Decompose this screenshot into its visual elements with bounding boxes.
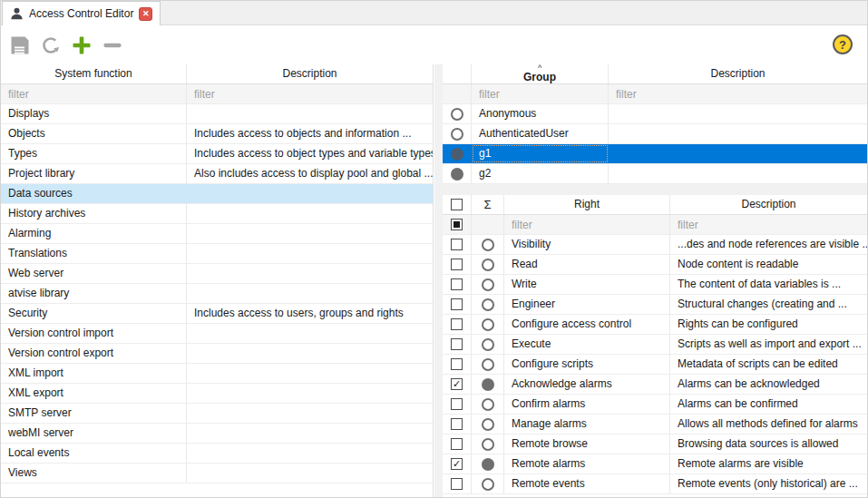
right-checkbox-cell[interactable]: [443, 355, 472, 374]
right-row[interactable]: WriteThe content of data variables is ..…: [443, 275, 867, 295]
group-marker-cell[interactable]: [443, 104, 472, 123]
select-all-checkbox[interactable]: [451, 199, 463, 210]
right-checkbox-cell[interactable]: [443, 275, 472, 294]
system-function-row[interactable]: Version control export: [1, 344, 433, 364]
right-checkbox[interactable]: [451, 378, 463, 390]
group-marker-column-header[interactable]: [443, 64, 472, 83]
sum-marker-cell[interactable]: [472, 235, 504, 254]
system-function-row[interactable]: SecurityIncludes access to users, groups…: [1, 304, 433, 324]
right-checkbox-cell[interactable]: [443, 415, 472, 434]
right-checkbox[interactable]: [451, 278, 463, 290]
system-function-row[interactable]: Project libraryAlso includes access to d…: [1, 164, 433, 184]
right-checkbox-cell[interactable]: [443, 395, 472, 414]
add-button[interactable]: [69, 33, 94, 58]
right-row[interactable]: ReadNode content is readable: [443, 255, 867, 275]
sum-marker-cell[interactable]: [472, 355, 504, 374]
sum-marker-cell[interactable]: [472, 255, 504, 274]
right-checkbox-cell[interactable]: [443, 295, 472, 314]
right-checkbox[interactable]: [451, 358, 463, 370]
system-function-row[interactable]: Views: [1, 464, 433, 483]
right-checkbox-cell[interactable]: [443, 255, 472, 274]
right-row[interactable]: Remote eventsRemote events (only histori…: [443, 474, 867, 494]
save-button[interactable]: [7, 33, 33, 58]
right-checkbox[interactable]: [451, 338, 463, 350]
group-marker-cell[interactable]: [443, 124, 472, 143]
system-function-row[interactable]: TypesIncludes access to object types and…: [1, 144, 433, 164]
sum-marker-cell[interactable]: [472, 415, 504, 434]
sum-marker-cell[interactable]: [472, 315, 504, 334]
column-header-right[interactable]: Right: [504, 195, 670, 214]
group-description-filter-input[interactable]: [609, 84, 867, 103]
sum-marker-cell[interactable]: [472, 435, 504, 454]
system-function-row[interactable]: Local events: [1, 444, 433, 464]
right-filter-input[interactable]: [504, 215, 669, 234]
system-function-row[interactable]: ObjectsIncludes access to objects and in…: [1, 124, 433, 144]
system-function-filter-input[interactable]: [1, 84, 186, 103]
group-row[interactable]: g2: [443, 164, 867, 184]
sum-marker-cell[interactable]: [472, 395, 504, 414]
description-filter-input[interactable]: [187, 84, 433, 103]
right-row[interactable]: Remote browseBrowsing data sources is al…: [443, 435, 867, 454]
group-filter-input[interactable]: [472, 84, 608, 103]
column-header-right-description[interactable]: Description: [670, 195, 867, 214]
group-marker-cell[interactable]: [443, 144, 472, 163]
right-row[interactable]: Configure access controlRights can be co…: [443, 315, 867, 335]
right-row[interactable]: ExecuteScripts as well as import and exp…: [443, 335, 867, 355]
system-function-row[interactable]: XML export: [1, 384, 433, 404]
right-row[interactable]: EngineerStructural changes (creating and…: [443, 295, 867, 315]
sum-marker-cell[interactable]: [472, 295, 504, 314]
right-checkbox[interactable]: [451, 259, 463, 270]
right-checkbox-cell[interactable]: [443, 474, 472, 493]
right-checkbox-cell[interactable]: [443, 375, 472, 394]
right-checkbox-cell[interactable]: [443, 435, 472, 454]
right-checkbox[interactable]: [451, 418, 463, 430]
system-function-row[interactable]: Alarming: [1, 224, 433, 244]
sum-marker-cell[interactable]: [472, 474, 504, 493]
sum-marker-cell[interactable]: [472, 454, 504, 474]
right-row[interactable]: Configure scriptsMetadata of scripts can…: [443, 355, 867, 375]
right-row[interactable]: Visibility...des and node references are…: [443, 235, 867, 255]
system-function-row[interactable]: webMI server: [1, 424, 433, 444]
system-function-row[interactable]: Web server: [1, 264, 433, 284]
tab-access-control-editor[interactable]: Access Control Editor ✕: [2, 1, 161, 25]
group-marker-cell[interactable]: [443, 164, 472, 183]
right-row[interactable]: Manage alarmsAllows all methods defined …: [443, 415, 867, 435]
right-checkbox-cell[interactable]: [443, 235, 472, 254]
right-checkbox[interactable]: [451, 438, 463, 450]
right-checkbox[interactable]: [451, 478, 463, 490]
column-header-group[interactable]: ^ Group: [472, 64, 609, 83]
system-function-row[interactable]: Data sources: [1, 184, 433, 204]
system-function-row[interactable]: SMTP server: [1, 404, 433, 424]
sum-marker-cell[interactable]: [472, 375, 504, 394]
right-description-filter-input[interactable]: [670, 215, 867, 234]
filter-checkbox-indeterminate[interactable]: [451, 219, 463, 230]
remove-button[interactable]: [100, 33, 125, 58]
system-function-row[interactable]: Version control import: [1, 324, 433, 344]
column-header-description[interactable]: Description: [187, 64, 433, 83]
right-checkbox[interactable]: [451, 318, 463, 330]
group-row[interactable]: g1: [443, 144, 867, 164]
right-checkbox-cell[interactable]: [443, 454, 472, 474]
right-checkbox[interactable]: [451, 298, 463, 310]
right-checkbox[interactable]: [451, 239, 463, 250]
right-checkbox-cell[interactable]: [443, 315, 472, 334]
close-icon[interactable]: ✕: [139, 7, 152, 21]
column-header-group-description[interactable]: Description: [609, 64, 867, 83]
right-checkbox[interactable]: [451, 398, 463, 410]
sum-marker-cell[interactable]: [472, 335, 504, 354]
panel-splitter[interactable]: [434, 64, 443, 497]
right-checkbox[interactable]: [451, 458, 463, 470]
right-checkbox-cell[interactable]: [443, 335, 472, 354]
group-row[interactable]: AuthenticatedUser: [443, 124, 867, 144]
group-row[interactable]: Anonymous: [443, 104, 867, 124]
system-function-row[interactable]: History archives: [1, 204, 433, 224]
system-function-row[interactable]: atvise library: [1, 284, 433, 304]
system-function-row[interactable]: Displays: [1, 104, 433, 124]
right-row[interactable]: Confirm alarmsAlarms can be confirmed: [443, 395, 867, 415]
sum-marker-cell[interactable]: [472, 275, 504, 294]
help-button[interactable]: ?: [833, 34, 853, 54]
right-row[interactable]: Acknowledge alarmsAlarms can be acknowle…: [443, 375, 867, 395]
sum-column-header[interactable]: Σ: [472, 195, 504, 214]
system-function-row[interactable]: Translations: [1, 244, 433, 264]
system-function-row[interactable]: XML import: [1, 364, 433, 384]
